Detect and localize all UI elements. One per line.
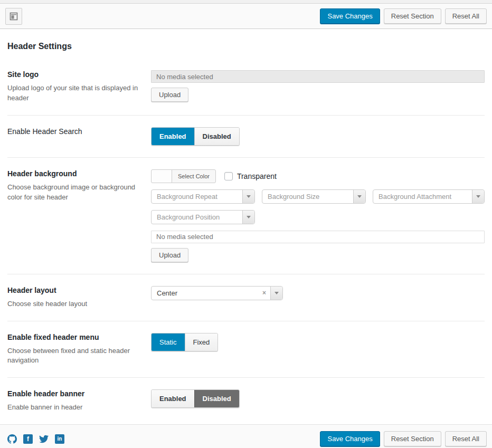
site-logo-upload-button[interactable]: Upload [151, 88, 188, 102]
color-swatch[interactable] [151, 169, 172, 183]
reset-all-button-footer[interactable]: Reset All [445, 431, 487, 446]
header-banner-toggle: Enabled Disabled [151, 389, 240, 408]
save-changes-button[interactable]: Save Changes [320, 8, 380, 24]
field-row-header-banner: Enable header banner Enable banner in he… [7, 378, 485, 424]
site-logo-desc: Upload logo of your site that is display… [7, 83, 141, 103]
clear-selection-icon[interactable]: × [260, 289, 270, 297]
chevron-down-icon [242, 190, 254, 203]
background-position-select[interactable]: Background Position [151, 210, 255, 224]
field-row-header-background: Header background Choose background imag… [7, 158, 485, 274]
field-row-header-layout: Header layout Choose site header layout … [7, 274, 485, 321]
fixed-menu-title: Enable fixed header menu [7, 333, 141, 341]
header-search-toggle: Enabled Disabled [151, 127, 240, 146]
facebook-icon[interactable]: f [23, 434, 33, 444]
header-banner-disabled-option[interactable]: Disabled [194, 390, 239, 407]
layout-icon [10, 12, 18, 21]
header-layout-select[interactable]: Center × [151, 286, 283, 300]
header-banner-enabled-option[interactable]: Enabled [152, 390, 194, 407]
background-upload-button[interactable]: Upload [151, 248, 188, 262]
background-media-input[interactable] [151, 231, 485, 243]
footer-actions: Save Changes Reset Section Reset All [320, 431, 487, 446]
social-links: f in [5, 434, 64, 444]
reset-section-button[interactable]: Reset Section [384, 8, 441, 24]
linkedin-icon[interactable]: in [55, 434, 64, 444]
reset-all-button[interactable]: Reset All [445, 8, 487, 24]
header-search-enabled-option[interactable]: Enabled [152, 128, 194, 145]
chevron-down-icon [353, 190, 365, 203]
top-strip [0, 0, 492, 4]
field-row-header-search: Enable Header Search Enabled Disabled [7, 116, 485, 158]
settings-content: Header Settings Site logo Upload logo of… [0, 29, 492, 424]
field-row-fixed-menu: Enable fixed header menu Choose between … [7, 321, 485, 378]
reset-section-button-footer[interactable]: Reset Section [384, 431, 441, 446]
fixed-menu-fixed-option[interactable]: Fixed [185, 333, 218, 351]
save-changes-button-footer[interactable]: Save Changes [320, 431, 380, 446]
page-title: Header Settings [7, 29, 485, 59]
header-background-title: Header background [7, 169, 141, 178]
fixed-menu-toggle: Static Fixed [151, 333, 218, 351]
field-row-site-logo: Site logo Upload logo of your site that … [7, 59, 485, 116]
github-icon[interactable] [7, 434, 17, 444]
header-search-disabled-option[interactable]: Disabled [194, 128, 239, 145]
transparent-label: Transparent [237, 172, 277, 180]
options-panel: Save Changes Reset Section Reset All Hea… [0, 0, 492, 448]
header-layout-desc: Choose site header layout [7, 299, 141, 309]
twitter-icon[interactable] [39, 434, 49, 444]
chevron-down-icon [270, 287, 282, 300]
header-search-title: Enable Header Search [7, 127, 141, 136]
header-background-desc: Choose background image or background co… [7, 183, 141, 203]
select-color-button[interactable]: Select Color [172, 169, 216, 183]
site-logo-media-input[interactable] [151, 70, 485, 83]
fixed-menu-static-option[interactable]: Static [152, 333, 185, 351]
site-logo-title: Site logo [7, 70, 141, 79]
header-layout-title: Header layout [7, 286, 141, 294]
expand-options-button[interactable] [5, 8, 22, 25]
fixed-menu-desc: Choose between fixed and static header n… [7, 346, 141, 366]
background-attachment-select[interactable]: Background Attachment [373, 189, 485, 204]
chevron-down-icon [472, 190, 484, 203]
background-size-select[interactable]: Background Size [262, 189, 366, 204]
header-banner-title: Enable header banner [7, 389, 141, 398]
toolbar-actions: Save Changes Reset Section Reset All [320, 8, 487, 24]
transparent-checkbox[interactable] [224, 172, 233, 180]
footer-bar: f in Save Changes Reset Section Reset Al… [0, 424, 492, 448]
background-repeat-select[interactable]: Background Repeat [151, 189, 255, 204]
header-banner-desc: Enable banner in header [7, 403, 141, 413]
chevron-down-icon [242, 211, 254, 224]
toolbar: Save Changes Reset Section Reset All [0, 4, 492, 29]
